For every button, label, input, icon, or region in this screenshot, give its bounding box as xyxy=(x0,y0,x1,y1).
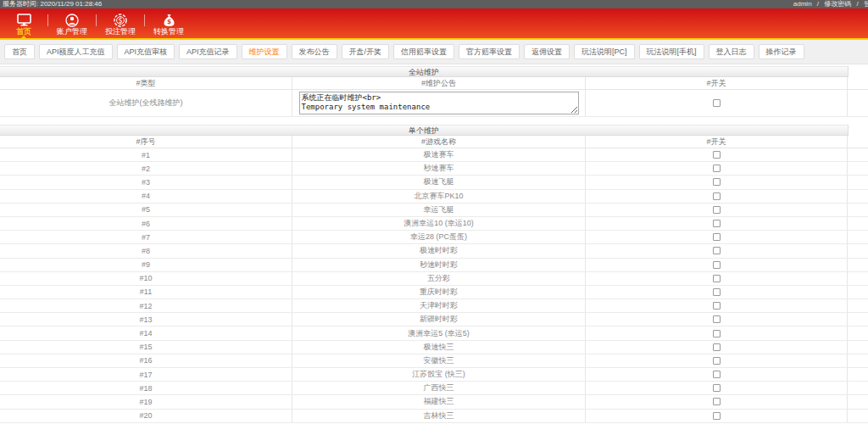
tab-2[interactable]: API额度人工充值 xyxy=(39,44,113,59)
game-row: #11重庆时时彩 xyxy=(0,286,868,299)
game-name: 福建快三 xyxy=(292,395,586,408)
game-name: 澳洲幸运10 (幸运10) xyxy=(292,217,586,230)
tab-5[interactable]: 维护设置 xyxy=(242,44,287,59)
game-switch-checkbox[interactable] xyxy=(713,384,721,392)
game-index: #7 xyxy=(0,231,292,243)
col-header-extra xyxy=(848,77,868,89)
game-switch-checkbox[interactable] xyxy=(713,343,721,351)
game-switch-checkbox[interactable] xyxy=(713,233,721,241)
game-switch-checkbox[interactable] xyxy=(713,165,721,172)
game-name: 秒速赛车 xyxy=(292,162,586,175)
game-row: #5幸运飞艇 xyxy=(0,204,868,217)
tab-14[interactable]: 操作记录 xyxy=(759,44,804,59)
maintenance-notice-textarea[interactable]: 系统正在临时维护<br> Temporary system maintenanc… xyxy=(299,92,579,114)
game-switch-checkbox[interactable] xyxy=(713,371,721,378)
game-row: #17江苏骰宝 (快三) xyxy=(0,368,868,382)
game-row: #9秒速时时彩 xyxy=(0,259,868,272)
nav-item-transfers[interactable]: $ 转换管理 xyxy=(145,8,192,38)
separator: / xyxy=(857,0,859,8)
col-header-type: #类型 xyxy=(0,77,292,89)
game-switch-checkbox[interactable] xyxy=(713,357,721,365)
tab-6[interactable]: 发布公告 xyxy=(292,44,337,59)
section-title-site-maintenance: 全站维护 xyxy=(0,66,848,77)
user-icon xyxy=(65,13,79,27)
nav-item-label: 投注管理 xyxy=(105,27,136,36)
change-password-link[interactable]: 修改密碼 xyxy=(824,0,851,8)
col-header-switch: #开关 xyxy=(586,77,848,89)
game-switch-checkbox[interactable] xyxy=(713,315,721,323)
game-name: 极速快三 xyxy=(292,341,586,354)
game-index: #20 xyxy=(0,410,292,422)
game-switch-checkbox[interactable] xyxy=(713,261,721,269)
game-index: #18 xyxy=(0,382,292,394)
tab-9[interactable]: 官方赔率设置 xyxy=(459,44,520,59)
game-switch-checkbox[interactable] xyxy=(713,398,721,405)
game-switch-checkbox[interactable] xyxy=(713,275,721,282)
game-row: #8极速时时彩 xyxy=(0,244,868,258)
moneybag-icon: $ xyxy=(163,13,175,27)
game-row: #15极速快三 xyxy=(0,341,868,354)
tab-12[interactable]: 玩法说明[手机] xyxy=(639,44,704,59)
tab-7[interactable]: 开盘/开奖 xyxy=(342,44,390,59)
game-name: 安徽快三 xyxy=(292,354,586,367)
game-name: 五分彩 xyxy=(292,272,586,285)
tab-13[interactable]: 登入日志 xyxy=(709,44,754,59)
logout-link[interactable]: 登出 xyxy=(864,0,868,8)
game-index: #13 xyxy=(0,313,292,326)
game-switch-checkbox[interactable] xyxy=(713,247,721,254)
game-switch-checkbox[interactable] xyxy=(713,206,721,214)
col-header-switch: #开关 xyxy=(586,136,848,148)
username: admin xyxy=(793,0,812,8)
game-index: #17 xyxy=(0,368,292,381)
game-maintenance-rows: #1极速赛车#2秒速赛车#3极速飞艇#4北京赛车PK10#5幸运飞艇#6澳洲幸运… xyxy=(0,148,868,423)
tab-11[interactable]: 玩法说明[PC] xyxy=(574,44,635,59)
game-name: 北京赛车PK10 xyxy=(292,190,586,203)
chip-icon: $ xyxy=(114,13,127,27)
game-index: #19 xyxy=(0,395,292,408)
game-index: #10 xyxy=(0,272,292,285)
game-name: 秒速时时彩 xyxy=(292,259,586,271)
site-maintenance-header: #类型 #维护公告 #开关 xyxy=(0,77,868,90)
game-name: 广西快三 xyxy=(292,382,586,394)
game-switch-checkbox[interactable] xyxy=(713,330,721,338)
game-switch-checkbox[interactable] xyxy=(713,220,721,227)
game-index: #11 xyxy=(0,286,292,298)
monitor-icon xyxy=(17,13,31,27)
game-index: #15 xyxy=(0,341,292,354)
tab-4[interactable]: API充值记录 xyxy=(179,44,237,59)
game-switch-checkbox[interactable] xyxy=(713,178,721,186)
col-header-extra xyxy=(848,136,868,148)
nav-item-home[interactable]: 首页 xyxy=(0,8,47,38)
col-header-game-name: #游戏名称 xyxy=(292,136,586,148)
nav-item-accounts[interactable]: 账户管理 xyxy=(48,8,96,38)
game-row: #20吉林快三 xyxy=(0,410,868,423)
tab-10[interactable]: 返佣设置 xyxy=(524,44,570,59)
game-switch-checkbox[interactable] xyxy=(713,151,721,159)
section-title-game-maintenance: 单个维护 xyxy=(0,125,848,136)
nav-item-label: 账户管理 xyxy=(57,27,87,36)
game-name: 幸运飞艇 xyxy=(292,204,586,216)
game-name: 极速飞艇 xyxy=(292,176,586,188)
nav-item-bets[interactable]: $ 投注管理 xyxy=(97,8,144,38)
game-name: 澳洲幸运5 (幸运5) xyxy=(292,326,586,339)
active-indicator-triangle xyxy=(19,36,28,40)
separator: / xyxy=(817,0,819,8)
tab-bar: 首页API额度人工充值API充值审核API充值记录维护设置发布公告开盘/开奖信用… xyxy=(0,40,868,64)
game-index: #3 xyxy=(0,176,292,188)
game-index: #14 xyxy=(0,326,292,339)
tab-1[interactable]: 首页 xyxy=(4,44,35,59)
game-row: #10五分彩 xyxy=(0,272,868,286)
game-index: #6 xyxy=(0,217,292,230)
game-switch-checkbox[interactable] xyxy=(713,302,721,310)
tab-3[interactable]: API充值审核 xyxy=(117,44,175,59)
game-maintenance-header: #序号 #游戏名称 #开关 xyxy=(0,136,868,148)
game-name: 天津时时彩 xyxy=(292,299,586,312)
game-switch-checkbox[interactable] xyxy=(713,192,721,200)
site-maintenance-switch-checkbox[interactable] xyxy=(713,99,721,107)
game-name: 吉林快三 xyxy=(292,410,586,422)
game-switch-checkbox[interactable] xyxy=(713,412,721,420)
tab-8[interactable]: 信用赔率设置 xyxy=(393,44,454,59)
game-name: 幸运28 (PC蛋蛋) xyxy=(292,231,586,243)
game-row: #3极速飞艇 xyxy=(0,176,868,189)
game-switch-checkbox[interactable] xyxy=(713,288,721,296)
